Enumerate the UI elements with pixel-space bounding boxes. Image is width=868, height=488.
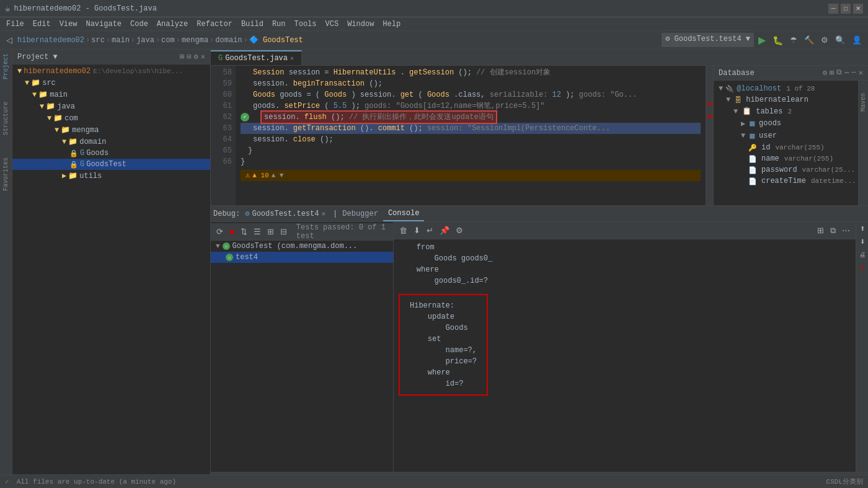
tree-mengma[interactable]: ▼ 📁 mengma — [12, 124, 210, 136]
debug-sort-btn[interactable]: ⇅ — [239, 226, 249, 237]
test-method-item[interactable]: ○ test4 — [211, 252, 393, 263]
db-more-icon[interactable]: ⋯ — [844, 68, 849, 78]
db-goods-table[interactable]: ▶ ▦ goods — [714, 117, 858, 130]
expand-icon[interactable]: ⊞ — [180, 52, 184, 61]
debug-restart-btn[interactable]: ⟳ — [215, 226, 225, 237]
tree-java[interactable]: ▼ 📁 java — [12, 100, 210, 112]
debugger-tab[interactable]: Debugger — [337, 207, 383, 221]
db-user-icon: ▦ — [750, 131, 755, 141]
profile-button[interactable]: 👤 — [849, 33, 864, 47]
tab-close-icon[interactable]: ✕ — [290, 55, 294, 62]
line-numbers: 58 59 60 61 62 63 64 65 66 — [211, 66, 236, 205]
db-col-name[interactable]: 📄 name varchar(255) — [714, 153, 858, 164]
bc-project[interactable]: hibernatedemo02 — [17, 36, 84, 45]
debug-close-icon[interactable]: ✕ — [321, 210, 326, 218]
code-content[interactable]: Session session = HibernateUtils . getSe… — [236, 66, 706, 205]
tree-com[interactable]: ▼ 📁 com — [12, 112, 210, 124]
search-button[interactable]: 🔍 — [833, 33, 848, 47]
tree-goodstest[interactable]: 🔒 G GoodsTest — [12, 159, 210, 170]
menu-edit[interactable]: Edit — [29, 19, 55, 30]
menu-analyze[interactable]: Analyze — [153, 19, 192, 30]
db-col-id[interactable]: 🔑 id varchar(255) — [714, 142, 858, 153]
menu-help[interactable]: Help — [379, 19, 404, 30]
toolbar-back-button[interactable]: ◁ — [4, 34, 15, 46]
console-clear-btn[interactable]: 🗑 — [397, 225, 409, 236]
maximize-button[interactable]: □ — [841, 4, 851, 14]
bc-src[interactable]: src — [91, 36, 105, 45]
tab-goodstest[interactable]: G GoodsTest.java ✕ — [211, 50, 302, 65]
console-expand-btn[interactable]: ⊞ — [815, 225, 826, 236]
menu-refactor[interactable]: Refactor — [193, 19, 236, 30]
maven-tab[interactable]: Maven — [860, 93, 867, 112]
menu-navigate[interactable]: Navigate — [82, 19, 125, 30]
console-scroll-btn[interactable]: ⬇ — [412, 225, 422, 236]
menu-build[interactable]: Build — [237, 19, 267, 30]
menu-code[interactable]: Code — [126, 19, 152, 30]
scrollbar-right[interactable] — [706, 66, 713, 205]
menu-window[interactable]: Window — [343, 19, 378, 30]
bc-domain[interactable]: domain — [215, 36, 242, 45]
favorites-tab[interactable]: Favorites — [2, 157, 9, 191]
bc-mengma[interactable]: mengma — [182, 36, 208, 45]
bc-goodstest[interactable]: 🔷 GoodsTest — [249, 35, 303, 45]
bc-main[interactable]: main — [112, 36, 130, 45]
warning-nav[interactable]: ▲ ▼ — [272, 170, 284, 181]
menu-tools[interactable]: Tools — [291, 19, 321, 30]
debug-collapse-btn[interactable]: ⊟ — [278, 226, 289, 237]
debug-button[interactable]: 🐛 — [770, 33, 786, 47]
build-button[interactable]: 🔨 — [802, 33, 817, 47]
db-col-createtime[interactable]: 📄 createTime datetime... — [714, 175, 858, 187]
db-close-icon[interactable]: ─ — [852, 68, 856, 78]
action-btn1[interactable]: ⬆ — [858, 224, 867, 233]
db-expand-icon[interactable]: ⊞ — [830, 68, 834, 78]
menu-run[interactable]: Run — [268, 19, 290, 30]
tree-goods[interactable]: 🔒 G Goods — [12, 148, 210, 159]
action-btn2[interactable]: ⬇ — [858, 237, 867, 246]
db-float-icon[interactable]: ⧉ — [836, 68, 842, 78]
db-settings-icon[interactable]: ⚙ — [823, 68, 827, 78]
console-more-btn[interactable]: ⋯ — [840, 225, 852, 236]
tree-src[interactable]: ▼ 📁 src — [12, 77, 210, 89]
collapse-icon[interactable]: ⊟ — [187, 52, 191, 61]
db-connection[interactable]: ▼ 🔌 @localhost 1 of 28 — [714, 83, 858, 94]
console-float-btn[interactable]: ⧉ — [828, 225, 838, 236]
action-btn4[interactable]: ✕ — [858, 264, 867, 272]
bc-com[interactable]: com — [161, 36, 175, 45]
titlebar-controls[interactable]: ─ □ ✕ — [828, 4, 863, 14]
console-filter-btn[interactable]: ⚙ — [454, 225, 465, 236]
project-view-tab[interactable]: Project — [2, 53, 9, 79]
db-schema[interactable]: ▼ 🗄 hibernatelearn — [714, 94, 858, 105]
debug-stop-btn[interactable]: ■ — [228, 226, 236, 237]
project-settings-icon[interactable]: ⚙ — [194, 52, 198, 61]
db-tables-folder[interactable]: ▼ 📋 tables 2 — [714, 105, 858, 117]
editor-tabs: G GoodsTest.java ✕ — [211, 50, 868, 66]
tree-main[interactable]: ▼ 📁 main — [12, 89, 210, 100]
structure-tab[interactable]: Structure — [2, 102, 9, 135]
goods-file-icon: G — [80, 149, 84, 157]
debug-expand-btn[interactable]: ⊞ — [265, 226, 276, 237]
code-line-64: session. close (); — [241, 134, 701, 145]
console-pin-btn[interactable]: 📌 — [438, 225, 451, 236]
menu-vcs[interactable]: VCS — [322, 19, 343, 30]
action-btn3[interactable]: 🖨 — [857, 251, 867, 259]
menubar: File Edit View Navigate Code Analyze Ref… — [0, 17, 868, 31]
db-close2-icon[interactable]: ✕ — [859, 68, 863, 78]
console-wrap-btn[interactable]: ↵ — [425, 225, 435, 236]
settings-button[interactable]: ⚙ — [818, 33, 831, 47]
db-col-password[interactable]: 📄 password varchar(25... — [714, 164, 858, 175]
db-user-table[interactable]: ▼ ▦ user — [714, 130, 858, 142]
menu-file[interactable]: File — [2, 19, 28, 30]
tree-utils[interactable]: ▶ 📁 utils — [12, 170, 210, 182]
tree-domain[interactable]: ▼ 📁 domain — [12, 136, 210, 148]
bc-java[interactable]: java — [136, 36, 154, 45]
run-button[interactable]: ▶ — [756, 33, 768, 47]
coverage-button[interactable]: ☂ — [787, 33, 800, 47]
debug-filter-btn[interactable]: ☰ — [252, 226, 263, 237]
menu-view[interactable]: View — [56, 19, 81, 30]
close-button[interactable]: ✕ — [853, 4, 863, 14]
console-tab[interactable]: Console — [383, 206, 424, 221]
tree-root[interactable]: ▼ hibernatedemo02 E:\develop\ssh\hibe... — [12, 66, 210, 77]
minimize-button[interactable]: ─ — [828, 4, 838, 14]
test-suite-item[interactable]: ▼ ○ GoodsTest (com.mengma.dom... — [211, 241, 393, 252]
project-close-icon[interactable]: ✕ — [201, 52, 205, 61]
